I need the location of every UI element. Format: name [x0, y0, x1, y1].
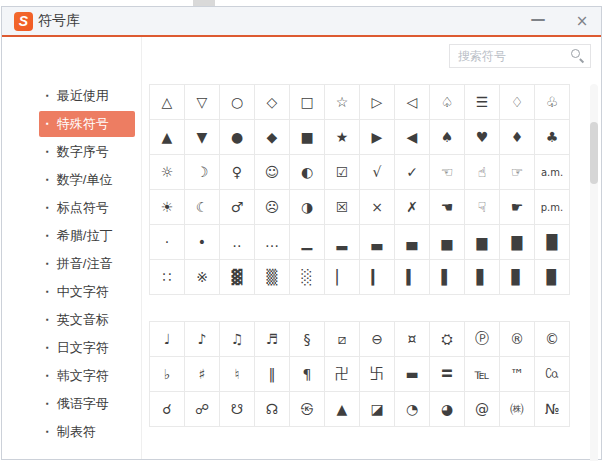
symbol-cell[interactable]: ☌ [150, 392, 185, 427]
symbol-cell[interactable]: · [150, 225, 185, 260]
symbol-cell[interactable]: ☽ [185, 155, 220, 190]
symbol-cell[interactable]: × [360, 190, 395, 225]
symbol-cell[interactable]: ® [500, 322, 535, 357]
sidebar-item-6[interactable]: ▪拼音/注音 [39, 251, 135, 277]
symbol-cell[interactable]: ▒ [255, 260, 290, 295]
symbol-cell[interactable]: ♫ [220, 322, 255, 357]
scrollbar-thumb[interactable] [590, 122, 598, 184]
symbol-cell[interactable]: ♤ [430, 85, 465, 120]
symbol-cell[interactable]: ▃ [360, 225, 395, 260]
symbol-cell[interactable]: ♯ [185, 357, 220, 392]
symbol-cell[interactable]: ⊖ [360, 322, 395, 357]
symbol-cell[interactable]: ☍ [185, 392, 220, 427]
symbol-cell[interactable]: ㉿ [290, 392, 325, 427]
symbol-cell[interactable]: ∷ [150, 260, 185, 295]
symbol-cell[interactable]: ▍ [395, 260, 430, 295]
symbol-cell[interactable]: ▋ [465, 260, 500, 295]
symbol-cell[interactable]: ░ [290, 260, 325, 295]
symbol-cell[interactable]: ㏇ [535, 357, 570, 392]
symbol-cell[interactable]: ✓ [395, 155, 430, 190]
symbol-cell[interactable]: ▁ [290, 225, 325, 260]
symbol-cell[interactable]: • [185, 225, 220, 260]
sidebar-item-11[interactable]: ▪俄语字母 [39, 391, 135, 417]
symbol-cell[interactable]: ◐ [290, 155, 325, 190]
symbol-cell[interactable]: ▂ [325, 225, 360, 260]
symbol-cell[interactable]: ◕ [430, 392, 465, 427]
symbol-cell[interactable]: ♬ [255, 322, 290, 357]
symbol-cell[interactable]: ▷ [360, 85, 395, 120]
symbol-cell[interactable]: ◁ [395, 85, 430, 120]
symbol-cell[interactable]: ✗ [395, 190, 430, 225]
symbol-cell[interactable]: ▽ [185, 85, 220, 120]
symbol-cell[interactable]: ♢ [500, 85, 535, 120]
symbol-cell[interactable]: ▲ [325, 392, 360, 427]
symbol-cell[interactable]: ★ [325, 120, 360, 155]
symbol-cell[interactable]: ☞ [500, 155, 535, 190]
sidebar-item-7[interactable]: ▪中文字符 [39, 279, 135, 305]
symbol-cell[interactable]: ⧄ [325, 322, 360, 357]
symbol-cell[interactable]: ※ [185, 260, 220, 295]
vertical-scrollbar[interactable] [590, 84, 598, 461]
symbol-cell[interactable]: ▲ [150, 120, 185, 155]
symbol-cell[interactable]: Ⓟ [465, 322, 500, 357]
sidebar-item-0[interactable]: ▪最近使用 [39, 83, 135, 109]
sidebar-item-2[interactable]: ▪数字序号 [39, 139, 135, 165]
symbol-cell[interactable]: ⛭ [430, 322, 465, 357]
symbol-cell[interactable]: p.m. [535, 190, 570, 225]
sidebar-item-9[interactable]: ▪日文字符 [39, 335, 135, 361]
symbol-cell[interactable]: △ [150, 85, 185, 120]
symbol-cell[interactable]: ☋ [220, 392, 255, 427]
symbol-cell[interactable]: ☆ [325, 85, 360, 120]
sidebar-item-5[interactable]: ▪希腊/拉丁 [39, 223, 135, 249]
symbol-cell[interactable]: § [290, 322, 325, 357]
symbol-cell[interactable]: ▄ [395, 225, 430, 260]
magnifier-icon[interactable] [571, 49, 584, 62]
symbol-cell[interactable]: ☊ [255, 392, 290, 427]
symbol-cell[interactable]: 卍 [325, 357, 360, 392]
symbol-cell[interactable]: ☑ [325, 155, 360, 190]
symbol-cell[interactable]: ▬ [395, 357, 430, 392]
symbol-cell[interactable]: ▎ [360, 260, 395, 295]
symbol-cell[interactable]: ◪ [360, 392, 395, 427]
symbol-cell[interactable]: 卐 [360, 357, 395, 392]
symbol-cell[interactable]: ☺ [255, 155, 290, 190]
symbol-cell[interactable]: ☹ [255, 190, 290, 225]
symbol-cell[interactable]: ■ [290, 120, 325, 155]
symbol-cell[interactable]: ◆ [255, 120, 290, 155]
symbol-cell[interactable]: … [255, 225, 290, 260]
symbol-cell[interactable]: ● [220, 120, 255, 155]
symbol-cell[interactable]: ☾ [185, 190, 220, 225]
symbol-cell[interactable]: a.m. [535, 155, 570, 190]
symbol-cell[interactable]: ♪ [185, 322, 220, 357]
symbol-cell[interactable]: ㈱ [500, 392, 535, 427]
symbol-cell[interactable]: ‖ [255, 357, 290, 392]
symbol-cell[interactable]: ▼ [185, 120, 220, 155]
minimize-button[interactable]: — [529, 12, 547, 30]
symbol-cell[interactable]: ▶ [360, 120, 395, 155]
symbol-cell[interactable]: ℡ [465, 357, 500, 392]
symbol-cell[interactable]: ‥ [220, 225, 255, 260]
sidebar-item-10[interactable]: ▪韩文字符 [39, 363, 135, 389]
symbol-cell[interactable]: ♥ [465, 120, 500, 155]
symbol-cell[interactable]: ☰ [465, 85, 500, 120]
symbol-cell[interactable]: ♀ [220, 155, 255, 190]
symbol-cell[interactable]: ▅ [430, 225, 465, 260]
symbol-cell[interactable]: █ [535, 225, 570, 260]
symbol-cell[interactable]: ♠ [430, 120, 465, 155]
symbol-cell[interactable]: ☒ [325, 190, 360, 225]
symbol-cell[interactable]: ☛ [500, 190, 535, 225]
symbol-cell[interactable]: ◔ [395, 392, 430, 427]
symbol-cell[interactable]: 〓 [430, 357, 465, 392]
symbol-cell[interactable]: ☚ [430, 190, 465, 225]
sidebar-item-4[interactable]: ▪标点符号 [39, 195, 135, 221]
symbol-cell[interactable]: ▌ [430, 260, 465, 295]
symbol-cell[interactable]: ♣ [535, 120, 570, 155]
close-button[interactable]: × [573, 12, 591, 30]
symbol-cell[interactable]: @ [465, 392, 500, 427]
symbol-cell[interactable]: ™ [500, 357, 535, 392]
symbol-cell[interactable]: ○ [220, 85, 255, 120]
symbol-cell[interactable]: ☜ [430, 155, 465, 190]
symbol-cell[interactable]: ☝ [465, 155, 500, 190]
symbol-cell[interactable]: ▉ [535, 260, 570, 295]
symbol-cell[interactable]: ♧ [535, 85, 570, 120]
